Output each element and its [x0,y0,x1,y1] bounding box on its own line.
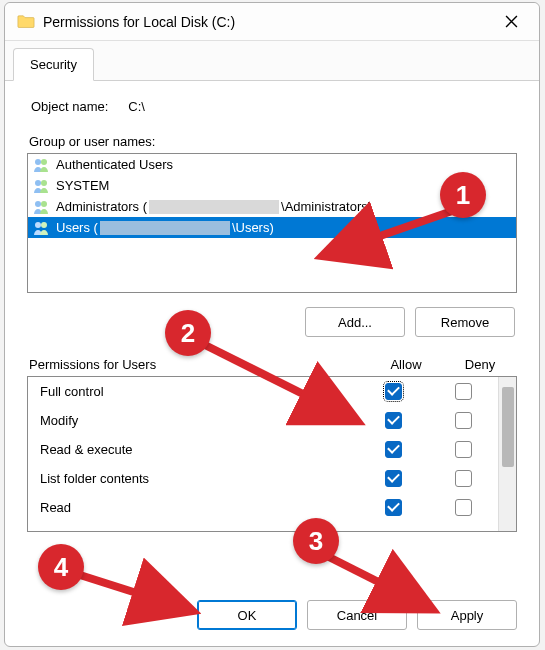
deny-checkbox[interactable] [455,412,472,429]
folder-icon [17,14,35,30]
svg-point-6 [35,222,41,228]
list-item-label: Authenticated Users [56,157,173,172]
redacted-text [100,221,230,235]
dialog-footer: OK Cancel Apply [5,582,539,646]
allow-column-header: Allow [369,357,443,372]
group-icon [32,178,52,194]
add-button[interactable]: Add... [305,307,405,337]
group-icon [32,157,52,173]
svg-point-1 [41,159,47,165]
svg-point-5 [41,201,47,207]
deny-checkbox[interactable] [455,441,472,458]
svg-point-3 [41,180,47,186]
tab-content: Object name: C:\ Group or user names: Au… [5,80,539,582]
groups-label: Group or user names: [27,134,517,149]
scrollbar[interactable] [498,377,516,531]
permission-row: Full control [28,377,498,406]
groups-listbox[interactable]: Authenticated Users SYSTEM Administrator… [27,153,517,293]
svg-point-4 [35,201,41,207]
permissions-listbox: Full control Modify Read & execute List … [27,376,517,532]
permissions-label: Permissions for Users [29,357,369,372]
allow-checkbox[interactable] [385,499,402,516]
permission-row: Modify [28,406,498,435]
remove-button[interactable]: Remove [415,307,515,337]
list-item[interactable]: Users (\Users) [28,217,516,238]
close-icon [505,15,518,28]
scrollbar-thumb[interactable] [502,387,514,467]
ok-button[interactable]: OK [197,600,297,630]
svg-point-7 [41,222,47,228]
permission-name: Read [28,500,358,515]
deny-column-header: Deny [443,357,517,372]
window-title: Permissions for Local Disk (C:) [43,14,493,30]
list-item-label: Administrators (\Administrators) [56,199,372,215]
list-item-label: SYSTEM [56,178,109,193]
permission-row: Read [28,493,498,522]
list-item-label: Users (\Users) [56,220,274,236]
permission-name: Full control [28,384,358,399]
redacted-text [149,200,279,214]
annotation-badge-4: 4 [38,544,84,590]
permission-name: Modify [28,413,358,428]
permissions-header: Permissions for Users Allow Deny [27,355,517,376]
permission-row: Read & execute [28,435,498,464]
annotation-badge-1: 1 [440,172,486,218]
group-icon [32,199,52,215]
deny-checkbox[interactable] [455,470,472,487]
allow-checkbox[interactable] [385,441,402,458]
object-name-value: C:\ [128,99,145,114]
svg-point-0 [35,159,41,165]
object-name-row: Object name: C:\ [27,99,517,114]
deny-checkbox[interactable] [455,499,472,516]
allow-checkbox[interactable] [385,470,402,487]
permissions-dialog: Permissions for Local Disk (C:) Security… [4,2,540,647]
svg-point-2 [35,180,41,186]
object-name-label: Object name: [31,99,108,114]
tab-security[interactable]: Security [13,48,94,81]
permission-name: Read & execute [28,442,358,457]
apply-button[interactable]: Apply [417,600,517,630]
allow-checkbox[interactable] [385,412,402,429]
annotation-badge-3: 3 [293,518,339,564]
group-icon [32,220,52,236]
titlebar: Permissions for Local Disk (C:) [5,3,539,41]
close-button[interactable] [493,7,529,37]
permission-row: List folder contents [28,464,498,493]
annotation-badge-2: 2 [165,310,211,356]
deny-checkbox[interactable] [455,383,472,400]
allow-checkbox[interactable] [385,383,402,400]
cancel-button[interactable]: Cancel [307,600,407,630]
permission-name: List folder contents [28,471,358,486]
list-item[interactable]: Authenticated Users [28,154,516,175]
tab-strip: Security [5,41,539,80]
